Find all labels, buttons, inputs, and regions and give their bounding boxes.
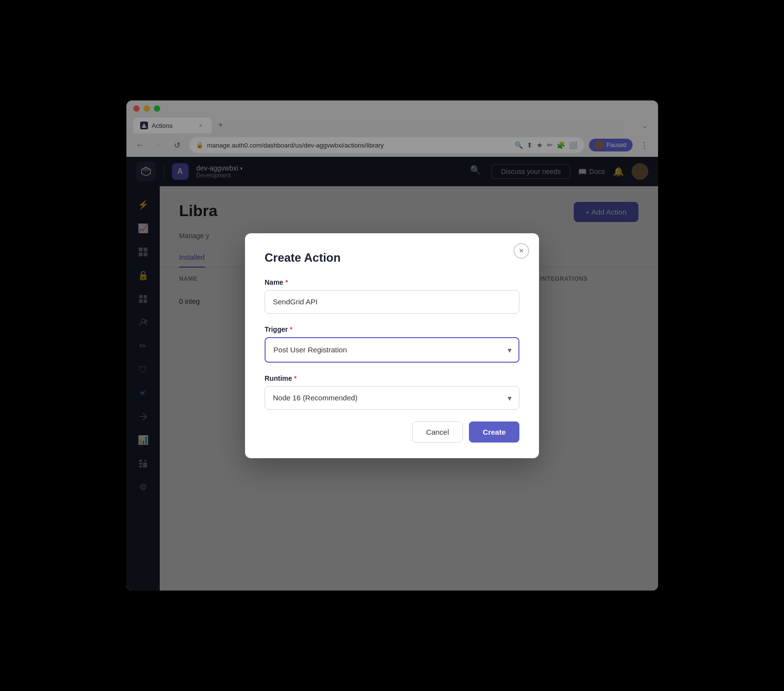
name-input[interactable] bbox=[265, 290, 519, 314]
modal-title: Create Action bbox=[265, 251, 519, 265]
runtime-required: * bbox=[294, 374, 296, 382]
trigger-label: Trigger * bbox=[265, 325, 519, 333]
name-required: * bbox=[285, 278, 288, 286]
runtime-select-wrapper: Node 16 (Recommended) Node 18 ▾ bbox=[265, 386, 519, 410]
modal-overlay: Create Action × Name * Trigger * Post Us… bbox=[0, 0, 784, 691]
runtime-label: Runtime * bbox=[265, 374, 519, 382]
name-field-group: Name * bbox=[265, 278, 519, 314]
create-action-modal: Create Action × Name * Trigger * Post Us… bbox=[245, 233, 539, 458]
trigger-select-wrapper: Post User Registration Login / Post Logi… bbox=[265, 337, 519, 363]
runtime-field-group: Runtime * Node 16 (Recommended) Node 18 … bbox=[265, 374, 519, 410]
cancel-button[interactable]: Cancel bbox=[412, 421, 464, 443]
modal-close-button[interactable]: × bbox=[514, 243, 529, 259]
trigger-select[interactable]: Post User Registration Login / Post Logi… bbox=[265, 337, 519, 363]
trigger-field-group: Trigger * Post User Registration Login /… bbox=[265, 325, 519, 363]
runtime-select[interactable]: Node 16 (Recommended) Node 18 bbox=[265, 386, 519, 410]
modal-actions: Cancel Create bbox=[265, 421, 519, 443]
name-label: Name * bbox=[265, 278, 519, 286]
create-button[interactable]: Create bbox=[469, 421, 519, 443]
trigger-required: * bbox=[290, 325, 292, 333]
